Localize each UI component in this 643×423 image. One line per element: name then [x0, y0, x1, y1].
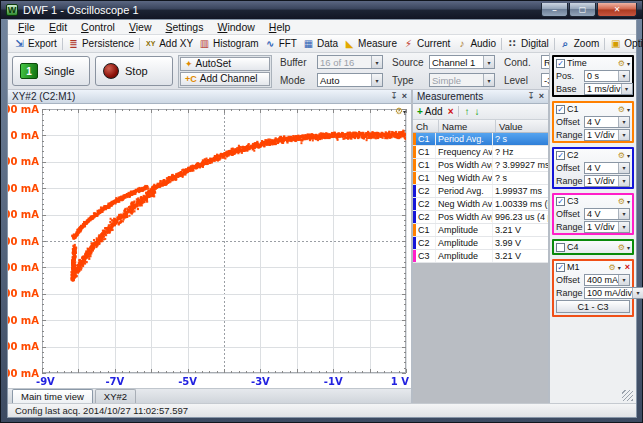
c2-enable-checkbox[interactable]: ✓	[556, 151, 565, 160]
time-base-select[interactable]: 1 ms/div▾	[584, 83, 633, 95]
chevron-down-icon[interactable]: ▾	[632, 288, 643, 298]
c3-settings-icon[interactable]: ⚙	[618, 197, 625, 206]
measurement-row[interactable]: C2Amplitude3.99 V	[413, 237, 548, 250]
digital-button[interactable]: ∷Digital	[504, 37, 552, 50]
measure-button[interactable]: ◣Measure	[341, 37, 400, 50]
time-settings-icon[interactable]: ⚙	[618, 59, 625, 68]
chevron-down-icon[interactable]: ▾	[621, 84, 632, 94]
close-panel-icon[interactable]: ×	[402, 92, 407, 101]
m1-range-select[interactable]: 100 mA/div▾	[584, 287, 643, 299]
export-button[interactable]: ⇲Export	[11, 37, 60, 50]
maximize-button[interactable]	[569, 3, 596, 17]
c3-offset-select[interactable]: 4 V▾	[584, 208, 630, 220]
menu-control[interactable]: Control	[74, 21, 122, 33]
menu-edit[interactable]: Edit	[42, 21, 74, 33]
zoom-button[interactable]: ⌕Zoom	[557, 37, 603, 50]
minimize-button[interactable]	[541, 3, 568, 17]
source-label: Source	[392, 57, 429, 68]
mode-select[interactable]: Auto▾	[317, 73, 383, 87]
column-header-value[interactable]: Value	[496, 120, 548, 132]
m1-function-button[interactable]: C1 - C3	[556, 300, 630, 313]
menu-help[interactable]: Help	[262, 21, 298, 33]
column-header-name[interactable]: Name	[439, 120, 496, 132]
c3-range-select[interactable]: 1 V/div▾	[584, 221, 630, 233]
pin-icon[interactable]: ↧	[527, 92, 535, 101]
add-xy-button[interactable]: XYAdd XY	[142, 37, 196, 50]
close-panel-icon[interactable]: ×	[539, 92, 544, 101]
tab-main-time-view[interactable]: Main time view	[12, 389, 93, 403]
chevron-down-icon[interactable]: ▾	[618, 130, 629, 140]
main-row: XY#2 (C2:M1) ↧ × ⚙▾ Main time viewXY#2	[8, 90, 549, 403]
chevron-down-icon[interactable]: ▾	[618, 163, 629, 173]
chevron-down-icon[interactable]: ▾	[618, 222, 629, 232]
digital-icon: ∷	[507, 38, 518, 49]
c1-settings-icon[interactable]: ⚙	[618, 105, 625, 114]
current-button[interactable]: ⚡Current	[400, 37, 453, 50]
c4-settings-icon[interactable]: ⚙	[618, 243, 625, 252]
chevron-down-icon[interactable]: ▾	[618, 275, 629, 285]
plot-options-icon[interactable]: ⚙▾	[395, 106, 406, 116]
measurement-row[interactable]: C1Frequency Avg.? Hz	[413, 146, 548, 159]
title-bar[interactable]: W DWF 1 - Oscilloscope 1	[1, 1, 642, 19]
menu-view[interactable]: View	[122, 21, 159, 33]
time-enable-checkbox[interactable]: ✓	[556, 59, 565, 68]
source-select[interactable]: Channel 1▾	[429, 55, 495, 69]
m1-offset-select[interactable]: 400 mA▾	[584, 274, 630, 286]
menu-settings[interactable]: Settings	[159, 21, 211, 33]
menu-window[interactable]: Window	[210, 21, 261, 33]
chevron-down-icon: ▾	[627, 198, 630, 205]
xy-plot-area[interactable]: ⚙▾	[8, 104, 411, 388]
xy-chart-canvas[interactable]	[8, 104, 411, 388]
mode-field: ModeAuto▾	[280, 73, 383, 87]
audio-button[interactable]: ♪Audio	[453, 37, 499, 50]
measurement-row[interactable]: C1Pos Width Avg.? 3.99927 ms (1 ...	[413, 159, 548, 172]
close-button[interactable]	[597, 3, 637, 17]
autoset-button[interactable]: ✦ AutoSet	[180, 57, 270, 71]
chevron-down-icon[interactable]: ▾	[483, 56, 494, 68]
menu-file[interactable]: File	[11, 21, 42, 33]
measurement-row[interactable]: C1Neg Width Avg.? s	[413, 172, 548, 185]
measurement-row[interactable]: C2Pos Width Avg.996.23 us (4 pul...	[413, 211, 548, 224]
c2-range-select[interactable]: 1 V/div▾	[584, 175, 630, 187]
chevron-down-icon[interactable]: ▾	[371, 74, 382, 86]
xy-plot-header: XY#2 (C2:M1) ↧ ×	[8, 90, 411, 104]
move-down-button[interactable]: ↓	[474, 106, 479, 117]
persistence-button[interactable]: ≣Persistence	[65, 37, 137, 50]
chevron-down-icon[interactable]: ▾	[618, 209, 629, 219]
m1-enable-checkbox[interactable]: ✓	[556, 263, 565, 272]
pin-icon[interactable]: ↧	[390, 92, 398, 101]
column-header-ch[interactable]: Ch	[413, 120, 439, 132]
options-button[interactable]: ▣Options	[607, 37, 643, 50]
c1-enable-checkbox[interactable]: ✓	[556, 105, 565, 114]
single-button[interactable]: 1 Single	[12, 56, 90, 86]
chevron-down-icon: ▾	[627, 106, 630, 113]
c2-offset-select[interactable]: 4 V▾	[584, 162, 630, 174]
chevron-down-icon[interactable]: ▾	[618, 117, 629, 127]
type-label: Type	[392, 75, 429, 86]
m1-remove-icon[interactable]: ×	[625, 262, 630, 272]
measurement-row[interactable]: C1Period Avg.? s	[413, 133, 548, 146]
measurement-row[interactable]: C1Amplitude3.21 V	[413, 224, 548, 237]
chevron-down-icon[interactable]: ▾	[618, 176, 629, 186]
add-channel-button[interactable]: +C Add Channel	[180, 72, 270, 86]
measurement-row[interactable]: C3Amplitude3.21 V	[413, 250, 548, 263]
histogram-button[interactable]: ▥Histogram	[196, 37, 262, 50]
c3-enable-checkbox[interactable]: ✓	[556, 197, 565, 206]
m1-settings-icon[interactable]: ⚙	[609, 263, 616, 272]
move-up-button[interactable]: ↑	[464, 106, 469, 117]
stop-button[interactable]: Stop	[95, 56, 173, 86]
measurement-row[interactable]: C2Neg Width Avg.1.00339 ms (5 p...	[413, 198, 548, 211]
c4-enable-checkbox[interactable]	[556, 243, 565, 252]
time-pos-select[interactable]: 0 s▾	[584, 70, 630, 82]
tab-xy-2[interactable]: XY#2	[95, 389, 136, 403]
fft-button[interactable]: ∿FFT	[262, 37, 300, 50]
c1-range-select[interactable]: 1 V/div▾	[584, 129, 630, 141]
measurement-row[interactable]: C2Period Avg.1.99937 ms	[413, 185, 548, 198]
add-measurement-button[interactable]: + Add	[417, 106, 443, 117]
remove-measurement-button[interactable]: ×	[448, 106, 454, 117]
c1-offset-select[interactable]: 4 V▾	[584, 116, 630, 128]
c2-settings-icon[interactable]: ⚙	[618, 151, 625, 160]
chevron-down-icon[interactable]: ▾	[618, 71, 629, 81]
data-button[interactable]: ▦Data	[300, 37, 341, 50]
resize-grip[interactable]	[622, 390, 633, 401]
